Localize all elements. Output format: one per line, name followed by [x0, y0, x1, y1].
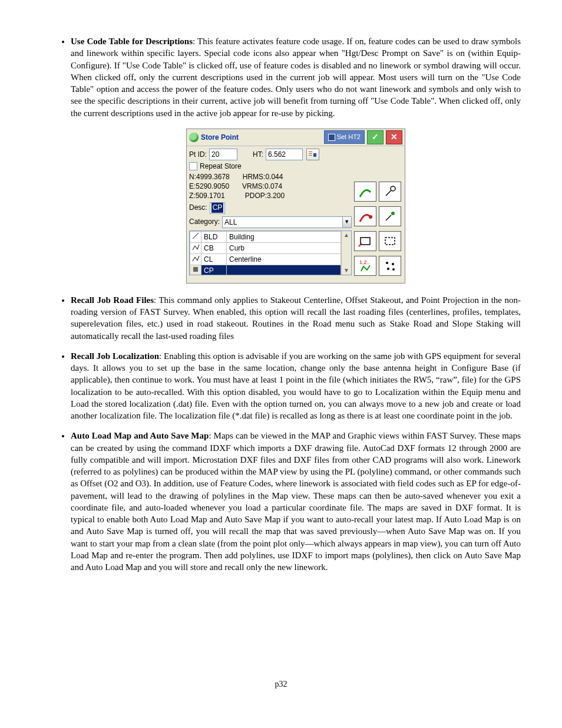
bullet-title: Recall Job Localization	[71, 351, 159, 361]
line-icon	[190, 231, 201, 242]
code-list-scrollbar[interactable]: ▲ ▼	[341, 231, 351, 275]
poly-icon	[190, 242, 201, 253]
svg-point-18	[392, 268, 395, 271]
bullet-title: Use Code Table for Descriptions	[71, 37, 193, 46]
stat-vrms: VRMS:0.074	[242, 182, 282, 191]
ht-label: HT:	[253, 150, 263, 159]
bullet-text: : Enabling this option is advisable if y…	[71, 351, 521, 420]
set-ht2-button[interactable]: Set HT2	[324, 130, 365, 144]
stat-hrms: HRMS:0.044	[243, 172, 283, 182]
area-tool-button[interactable]	[379, 231, 401, 251]
svg-rect-1	[309, 153, 312, 154]
svg-point-15	[386, 262, 388, 264]
svg-text:1,2..: 1,2..	[359, 259, 370, 265]
code-row: CL Centerline	[190, 253, 341, 265]
svg-line-10	[386, 215, 391, 220]
line-tool-button[interactable]	[354, 182, 376, 202]
list-options-icon[interactable]	[306, 149, 319, 160]
ok-button[interactable]: ✓	[367, 130, 384, 144]
bullet-title: Recall Job Road Files	[71, 295, 154, 305]
svg-point-6	[391, 186, 395, 191]
desc-field[interactable]: CP	[210, 202, 226, 214]
desc-label: Desc:	[189, 203, 207, 212]
bullet-title: Auto Load Map and Auto Save Map	[71, 431, 209, 440]
bullet-auto-load: Auto Load Map and Auto Save Map: Maps ca…	[71, 430, 521, 573]
svg-rect-0	[309, 151, 312, 152]
globe-icon	[189, 133, 199, 142]
svg-rect-3	[313, 153, 316, 157]
svg-point-17	[387, 268, 389, 270]
bullet-recall-loc: Recall Job Localization: Enabling this o…	[71, 350, 521, 422]
bullet-recall-road: Recall Job Road Files: This command only…	[71, 294, 521, 342]
repeat-store-label: Repeat Store	[200, 162, 242, 171]
category-label: Category:	[189, 217, 220, 226]
ht-field[interactable]: 6.562	[266, 149, 303, 160]
svg-point-9	[391, 212, 395, 215]
poly-icon	[190, 253, 201, 265]
scroll-up-icon[interactable]: ▲	[343, 231, 349, 239]
repeat-store-checkbox[interactable]	[189, 162, 197, 170]
window-title: Store Point	[201, 133, 239, 142]
bullet-code-table: Use Code Table for Descriptions: This fe…	[71, 35, 521, 284]
code-row: BLD Building	[190, 231, 341, 242]
svg-point-8	[369, 215, 372, 219]
category-combo[interactable]: ▼	[222, 216, 352, 228]
coord-e: E:5290.9050	[189, 182, 229, 191]
point-icon	[190, 265, 201, 275]
close-button[interactable]: ✕	[386, 130, 402, 144]
line-end-tool-button[interactable]	[354, 206, 376, 226]
svg-rect-5	[193, 267, 198, 272]
svg-rect-2	[309, 155, 312, 156]
number-tool-button[interactable]: 1,2..	[354, 256, 376, 276]
points-tool-button[interactable]	[379, 256, 401, 276]
pt-id-label: Pt ID:	[189, 150, 207, 159]
code-row-selected: CP	[190, 265, 341, 275]
coordinates-block: N:4999.3678 HRMS:0.044 E:5290.9050 VRMS:…	[189, 172, 352, 201]
svg-line-4	[193, 233, 199, 239]
rect-tool-button[interactable]	[354, 231, 376, 251]
code-row: CB Curb	[190, 242, 341, 253]
title-bar: Store Point Set HT2 ✓ ✕	[187, 129, 405, 146]
coord-n: N:4999.3678	[189, 172, 230, 182]
scroll-down-icon[interactable]: ▼	[343, 266, 349, 275]
svg-point-16	[392, 263, 394, 265]
coord-z: Z:509.1701	[189, 191, 232, 200]
bullet-text: : This feature activates feature code us…	[71, 37, 521, 118]
offset-point-tool-button[interactable]	[379, 206, 401, 226]
bullet-text: : Maps can be viewed in the MAP and Grap…	[71, 431, 521, 572]
disk-icon	[328, 134, 335, 141]
offset-tool-button[interactable]	[379, 182, 401, 202]
page-number: p32	[41, 679, 521, 690]
code-list[interactable]: BLD Building CB Curb C	[189, 230, 352, 275]
stat-pdop: PDOP:3.200	[245, 191, 285, 200]
svg-line-7	[386, 190, 391, 196]
svg-rect-13	[385, 238, 395, 245]
store-point-screenshot: Store Point Set HT2 ✓ ✕ Pt ID: 20 HT: 6.	[186, 129, 405, 284]
chevron-down-icon[interactable]: ▼	[342, 217, 351, 228]
category-value[interactable]	[223, 217, 342, 228]
pt-id-field[interactable]: 20	[209, 149, 237, 160]
svg-rect-11	[361, 238, 370, 245]
